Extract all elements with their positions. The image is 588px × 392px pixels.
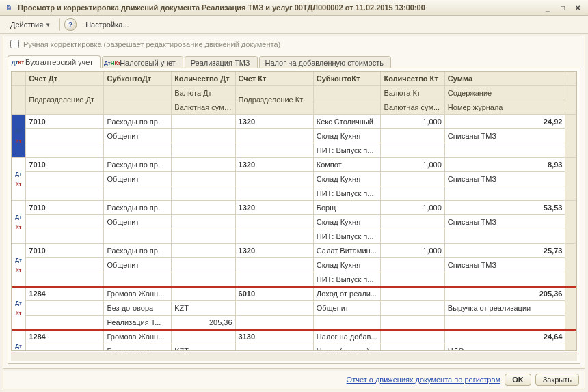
cell[interactable] <box>26 215 104 229</box>
cell[interactable] <box>235 143 313 158</box>
cell[interactable] <box>26 172 104 186</box>
cell[interactable] <box>444 186 565 201</box>
cell[interactable] <box>444 143 565 158</box>
table-row[interactable]: ПИТ: Выпуск п... <box>12 143 576 158</box>
cell[interactable]: Реализация Т... <box>104 316 172 330</box>
cell[interactable]: 24,64 <box>444 330 565 344</box>
col-currency-dt[interactable]: Валюта Дт <box>172 86 235 100</box>
cell[interactable]: Без договора <box>104 301 172 316</box>
table-row[interactable]: ОбщепитСклад КухняСписаны ТМЗ <box>12 258 576 272</box>
cell[interactable]: ПИТ: Выпуск п... <box>313 272 381 287</box>
minimize-button[interactable]: _ <box>542 3 554 12</box>
cell[interactable]: Склад Кухня <box>313 258 381 272</box>
cell[interactable]: 1,000 <box>381 158 444 172</box>
cell[interactable] <box>26 229 104 244</box>
cell[interactable]: Расходы по пр... <box>104 201 172 215</box>
cell[interactable] <box>381 129 444 143</box>
cell[interactable]: KZT <box>172 301 235 316</box>
cell[interactable] <box>313 316 381 330</box>
col-qty-dt[interactable]: Количество Дт <box>172 72 235 86</box>
cell[interactable]: 53,53 <box>444 201 565 215</box>
cell[interactable] <box>444 316 565 330</box>
col-currency-kt[interactable]: Валюта Кт <box>381 86 444 100</box>
col-dept-kt[interactable]: Подразделение Кт <box>235 86 313 115</box>
cell[interactable] <box>172 215 235 229</box>
col-sub2[interactable] <box>104 86 172 100</box>
cell[interactable]: Списаны ТМЗ <box>444 215 565 229</box>
cell[interactable]: 24,92 <box>444 115 565 129</box>
cell[interactable] <box>381 143 444 158</box>
cell[interactable] <box>104 229 172 244</box>
col-qty-kt[interactable]: Количество Кт <box>381 72 444 86</box>
cell[interactable]: Громова Жанн... <box>104 287 172 301</box>
cell[interactable]: Склад Кухня <box>313 172 381 186</box>
cell[interactable] <box>381 272 444 287</box>
cell[interactable] <box>26 129 104 143</box>
scrollbar-track[interactable] <box>565 330 576 352</box>
cell[interactable]: НДС <box>444 344 565 352</box>
cell[interactable]: Общепит <box>104 215 172 229</box>
cell[interactable]: Компот <box>313 158 381 172</box>
cell[interactable]: 8,93 <box>444 158 565 172</box>
cell[interactable]: 1,000 <box>381 201 444 215</box>
table-row[interactable]: ПИТ: Выпуск п... <box>12 272 576 287</box>
report-link[interactable]: Отчет о движениях документа по регистрам <box>347 376 501 384</box>
cell[interactable]: KZT <box>172 344 235 352</box>
cell[interactable] <box>26 186 104 201</box>
cell[interactable]: ПИТ: Выпуск п... <box>313 143 381 158</box>
tab-tax[interactable]: ДтНКт Налоговый учет <box>102 56 183 68</box>
col-dept-dt[interactable]: Подразделение Дт <box>26 86 104 115</box>
cell[interactable] <box>172 186 235 201</box>
cell[interactable] <box>172 330 235 344</box>
cell[interactable] <box>26 272 104 287</box>
cell[interactable] <box>235 186 313 201</box>
cell[interactable] <box>381 330 444 344</box>
scrollbar-track[interactable] <box>565 287 576 330</box>
cell[interactable]: 7010 <box>26 158 104 172</box>
close-button[interactable]: ✕ <box>572 3 584 12</box>
cell[interactable] <box>381 301 444 316</box>
col-subconto-dt[interactable]: СубконтоДт <box>104 72 172 86</box>
table-row[interactable]: ДтКт1284Громова Жанн...3130Налог на доба… <box>12 330 576 344</box>
cell[interactable]: Громова Жанн... <box>104 330 172 344</box>
cell[interactable] <box>104 186 172 201</box>
cell[interactable] <box>172 143 235 158</box>
close-footer-button[interactable]: Закрыть <box>535 374 579 386</box>
cell[interactable]: Расходы по пр... <box>104 115 172 129</box>
cell[interactable]: 1320 <box>235 201 313 215</box>
cell[interactable]: 7010 <box>26 244 104 258</box>
cell[interactable]: 1320 <box>235 244 313 258</box>
table-row[interactable]: ДтКт7010Расходы по пр...1320Кекс Столичн… <box>12 115 576 129</box>
table-row[interactable]: ОбщепитСклад КухняСписаны ТМЗ <box>12 172 576 186</box>
table-row[interactable]: ОбщепитСклад КухняСписаны ТМЗ <box>12 215 576 229</box>
cell[interactable] <box>26 258 104 272</box>
cell[interactable] <box>444 229 565 244</box>
ok-button[interactable]: OK <box>505 374 531 386</box>
cell[interactable] <box>381 229 444 244</box>
cell[interactable] <box>381 172 444 186</box>
col-journal[interactable]: Номер журнала <box>444 100 565 115</box>
cell[interactable]: Общепит <box>104 258 172 272</box>
cell[interactable]: Выручка от реализации <box>444 301 565 316</box>
cell[interactable] <box>26 143 104 158</box>
cell[interactable] <box>235 272 313 287</box>
cell[interactable] <box>381 344 444 352</box>
table-row[interactable]: ДтКт1284Громова Жанн...6010Доход от реал… <box>12 287 576 301</box>
cell[interactable] <box>235 344 313 352</box>
cell[interactable]: Налог (взносы)... <box>313 344 381 352</box>
cell[interactable]: Борщ <box>313 201 381 215</box>
cell[interactable]: ПИТ: Выпуск п... <box>313 186 381 201</box>
cell[interactable]: Доход от реали... <box>313 287 381 301</box>
table-row[interactable]: ПИТ: Выпуск п... <box>12 186 576 201</box>
cell[interactable] <box>172 158 235 172</box>
cell[interactable]: 1,000 <box>381 115 444 129</box>
cell[interactable] <box>381 258 444 272</box>
col-subconto-kt[interactable]: СубконтоКт <box>313 72 381 86</box>
horizontal-scrollbar[interactable] <box>11 352 577 361</box>
cell[interactable] <box>235 172 313 186</box>
cell[interactable] <box>104 272 172 287</box>
cell[interactable]: Без договора <box>104 344 172 352</box>
cell[interactable]: 7010 <box>26 201 104 215</box>
col-account-kt[interactable]: Счет Кт <box>235 72 313 86</box>
cell[interactable]: Общепит <box>104 172 172 186</box>
